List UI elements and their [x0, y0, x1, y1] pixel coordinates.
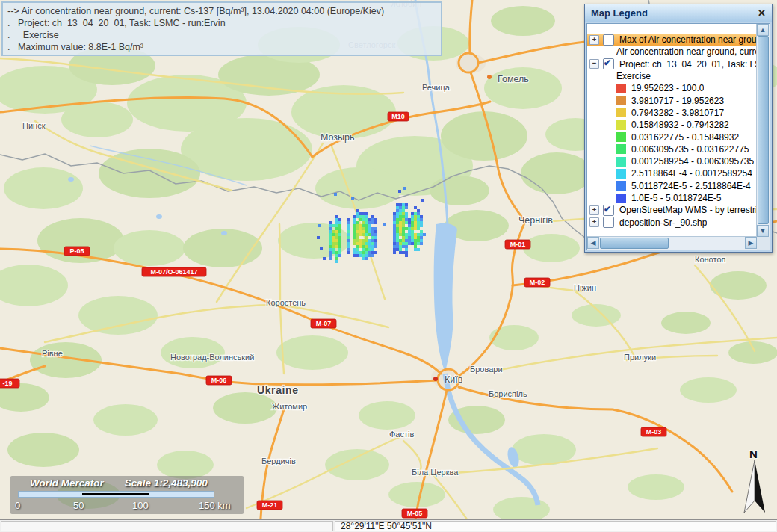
map-legend-panel: Map Legend ✕ +Max of Air concentration n…	[584, 4, 773, 253]
city-label: Гомель	[498, 74, 529, 84]
vertical-scroll-thumb[interactable]	[758, 36, 769, 224]
road-badge: М-07/О-061417	[142, 267, 206, 276]
city-dot	[433, 377, 438, 381]
scroll-down-icon[interactable]: ▼	[757, 225, 769, 237]
city-label: Житомир	[272, 402, 307, 411]
legend-row: +deposition-Sr-_90.shp	[587, 216, 757, 228]
road-badge: М-01	[505, 240, 530, 249]
road-badge: М-21	[257, 501, 282, 510]
info-line-project: . Project: ch_13_04_20_01, Task: LSMC - …	[7, 17, 436, 29]
road-badge: М-06	[206, 376, 232, 385]
legend-color-swatch	[616, 181, 626, 191]
road-badge: М-05	[402, 509, 427, 518]
legend-row: 0.031622775 - 0.15848932	[587, 131, 757, 143]
city-label: Біла Церква	[412, 468, 459, 477]
city-label: Прилуки	[624, 353, 656, 362]
legend-row: +Max of Air concentration near ground	[587, 34, 757, 46]
info-line-maxvalue: . Maximum value: 8.8E-1 Bq/m³	[7, 41, 436, 53]
svg-text:М-03: М-03	[646, 428, 662, 436]
layer-label[interactable]: Project: ch_13_04_20_01, Task: LS	[619, 59, 757, 69]
layer-label[interactable]: OpenStreetMap WMS - by terrestris@	[619, 205, 757, 215]
svg-text:Р-05: Р-05	[69, 247, 84, 255]
legend-row: +OpenStreetMap WMS - by terrestris@	[587, 204, 757, 216]
legend-range-label: 0.7943282 - 3.9810717	[631, 108, 724, 118]
svg-text:М-06: М-06	[211, 377, 227, 384]
city-label: Київ	[445, 374, 463, 385]
scroll-left-icon[interactable]: ◀	[587, 237, 599, 249]
legend-color-swatch	[616, 169, 626, 179]
legend-range-label: 19.952623 - 100.0	[631, 83, 704, 93]
svg-text:М-07/О-061417: М-07/О-061417	[150, 268, 197, 276]
legend-color-swatch	[616, 84, 626, 93]
svg-text:М-05: М-05	[407, 510, 423, 517]
info-line-title: --> Air concentration near ground, curre…	[7, 5, 436, 17]
city-label: Бердичів	[261, 457, 296, 466]
scale-ratio-label: Scale 1:2,483,900	[125, 477, 208, 489]
legend-color-swatch	[616, 144, 626, 154]
legend-row: Air concentration near ground, curre	[587, 46, 757, 58]
projection-label: World Mercator	[30, 477, 104, 489]
legend-range-label: 5.0118724E-5 - 2.5118864E-4	[631, 181, 751, 191]
road-badge: -19	[0, 379, 19, 388]
scale-tick-0: 0	[15, 500, 20, 511]
legend-range-label: 0.0012589254 - 0.0063095735	[631, 156, 754, 167]
horizontal-scrollbar[interactable]: ◀ ▶	[587, 236, 757, 250]
road-badge: М10	[388, 112, 409, 121]
layer-label[interactable]: Max of Air concentration near ground	[619, 34, 757, 45]
close-icon[interactable]: ✕	[758, 7, 766, 19]
legend-row: 3.9810717 - 19.952623	[587, 94, 757, 106]
road-badge: М-03	[641, 427, 666, 436]
layer-checkbox[interactable]	[603, 34, 614, 46]
layer-checkbox[interactable]	[603, 205, 614, 216]
svg-text:-19: -19	[2, 380, 12, 387]
svg-text:М-01: М-01	[510, 241, 526, 248]
collapse-icon[interactable]: −	[589, 59, 599, 69]
expand-icon[interactable]: +	[589, 217, 599, 227]
map-application-window: ПинскЖлобинСветлогорскРечицаГомельМозырь…	[0, 0, 777, 532]
legend-color-swatch	[616, 108, 626, 117]
legend-row: 19.952623 - 100.0	[587, 82, 757, 94]
city-label: Рівне	[42, 349, 63, 358]
expand-icon[interactable]: +	[589, 205, 599, 215]
legend-range-label: 3.9810717 - 19.952623	[631, 96, 724, 106]
road-badge: М-02	[524, 278, 550, 287]
legend-row: 0.0012589254 - 0.0063095735	[587, 155, 757, 167]
scrollbar-corner	[757, 237, 770, 250]
city-label: Конотоп	[695, 255, 726, 264]
legend-row: 0.15848932 - 0.7943282	[587, 119, 757, 131]
info-line-exercise: . Exercise	[7, 29, 436, 41]
legend-range-label: 0.031622775 - 0.15848932	[631, 132, 739, 143]
layer-checkbox[interactable]	[603, 217, 614, 228]
legend-color-swatch	[616, 157, 626, 167]
legend-row: 5.0118724E-5 - 2.5118864E-4	[587, 180, 757, 192]
scale-tick-150km: 150 km	[199, 500, 231, 511]
legend-row: 0.0063095735 - 0.031622775	[587, 143, 757, 155]
city-label: Новоград-Волинський	[170, 353, 254, 362]
legend-row: 1.0E-5 - 5.0118724E-5	[587, 192, 757, 204]
city-label: Бровари	[470, 365, 503, 374]
scroll-up-icon[interactable]: ▲	[757, 24, 769, 36]
city-label: Коростень	[266, 298, 306, 307]
legend-tree: +Max of Air concentration near groundAir…	[587, 24, 757, 237]
svg-text:М-07: М-07	[316, 320, 332, 327]
vertical-scrollbar[interactable]: ▲ ▼	[756, 24, 770, 237]
legend-color-swatch	[616, 96, 626, 105]
horizontal-scroll-thumb[interactable]	[600, 238, 669, 249]
legend-title-bar[interactable]: Map Legend ✕	[585, 4, 772, 22]
city-label: Речица	[422, 83, 451, 92]
legend-range-label: 0.0063095735 - 0.031622775	[631, 144, 749, 155]
north-label: N	[749, 448, 758, 460]
scale-bar-segment	[82, 493, 149, 495]
legend-row: 0.7943282 - 3.9810717	[587, 107, 757, 119]
scroll-right-icon[interactable]: ▶	[745, 237, 757, 249]
status-bar: 28°29'11"E 50°45'51"N	[0, 519, 777, 532]
legend-range-label: 1.0E-5 - 5.0118724E-5	[631, 193, 722, 203]
city-label: Пинск	[22, 121, 46, 130]
layer-checkbox[interactable]	[603, 58, 614, 69]
city-dot	[487, 75, 492, 79]
layer-label[interactable]: deposition-Sr-_90.shp	[619, 217, 707, 228]
scale-tick-100: 100	[132, 500, 149, 511]
layer-sublabel: Exercise	[616, 71, 651, 81]
expand-icon[interactable]: +	[589, 35, 599, 45]
legend-row: Exercise	[587, 70, 757, 82]
